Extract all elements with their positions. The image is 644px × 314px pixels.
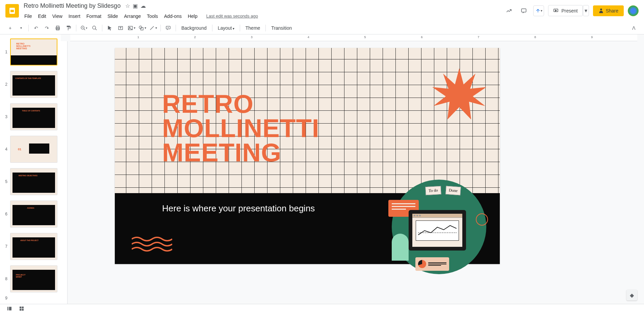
present-button[interactable]: Present <box>548 5 583 16</box>
move-folder-icon[interactable]: ▣ <box>133 3 138 9</box>
user-avatar[interactable] <box>628 5 639 16</box>
undo-button[interactable]: ↶ <box>31 23 41 33</box>
doc-title[interactable]: Retro Mollinetti Meeting by Slidesgo <box>22 2 123 10</box>
svg-rect-2 <box>522 9 526 12</box>
canvas-area[interactable]: 1 2 3 4 5 6 7 8 9 RETRO MOLLINETTI MEETI… <box>61 34 644 314</box>
menu-tools[interactable]: Tools <box>144 12 161 20</box>
zoom-button[interactable] <box>90 23 99 33</box>
present-dropdown[interactable]: ▾ <box>583 5 589 16</box>
svg-rect-1 <box>10 10 14 12</box>
menu-view[interactable]: View <box>50 12 65 20</box>
svg-rect-21 <box>22 309 24 310</box>
thumb-image[interactable]: CONTENTS OF THIS TEMPLATE <box>10 71 57 98</box>
footer-bar <box>0 304 644 314</box>
title-line-2: MOLLINETTI <box>162 116 319 140</box>
toolbar: + ▾ ↶ ↷ ▾ Background Layout Theme Transi… <box>0 22 644 34</box>
title-line-1: RETRO <box>162 92 319 116</box>
slide-thumb-4[interactable]: 4 01 <box>0 134 61 164</box>
slide-thumb-5[interactable]: 5 MEETING OBJECTIVES <box>0 167 61 197</box>
explore-button[interactable]: ◆ <box>626 290 637 300</box>
menu-file[interactable]: File <box>22 12 35 20</box>
expand-toolbar-button[interactable]: ᐱ <box>629 23 639 33</box>
layout-button[interactable]: Layout <box>215 25 237 31</box>
thumb-image[interactable]: AGENDA <box>10 201 57 228</box>
sticky-note-2: Done <box>445 186 461 195</box>
menu-edit[interactable]: Edit <box>35 12 49 20</box>
slide-thumb-1[interactable]: 1 RETROMOLLINETTIMEETING <box>0 37 61 67</box>
separator <box>28 25 29 31</box>
present-icon <box>553 8 559 14</box>
select-tool[interactable] <box>105 23 114 33</box>
zoom-out-button[interactable]: ▾ <box>79 23 88 33</box>
mint-shape <box>392 234 409 261</box>
menu-arrange[interactable]: Arrange <box>121 12 144 20</box>
slide-canvas[interactable]: RETRO MOLLINETTI MEETING Here is where y… <box>115 48 500 264</box>
cloud-status-icon[interactable]: ☁ <box>140 3 146 9</box>
thumb-image[interactable]: MEETING OBJECTIVES <box>10 168 57 195</box>
menu-addons[interactable]: Add-ons <box>161 12 184 20</box>
thumb-image[interactable]: ABOUT THE PROJECT <box>10 233 57 260</box>
last-edit-link[interactable]: Last edit was seconds ago <box>206 14 258 19</box>
menu-help[interactable]: Help <box>185 12 200 20</box>
svg-marker-15 <box>432 68 486 120</box>
svg-rect-19 <box>22 307 24 308</box>
menu-slide[interactable]: Slide <box>105 12 121 20</box>
thumb-image[interactable]: 01 <box>10 136 57 163</box>
illustration-circle[interactable]: To do Done <box>392 180 486 274</box>
title-line-3: MEETING <box>162 140 319 165</box>
menu-bar: File Edit View Insert Format Slide Arran… <box>22 11 504 21</box>
slide-title[interactable]: RETRO MOLLINETTI MEETING <box>162 92 319 165</box>
header-center: Retro Mollinetti Meeting by Slidesgo ☆ ▣… <box>22 1 504 21</box>
wave-shape[interactable] <box>132 236 172 254</box>
grid-view-icon[interactable] <box>19 306 24 313</box>
sticky-note-1: To do <box>425 186 441 195</box>
horizontal-ruler: 1 2 3 4 5 6 7 8 9 <box>70 34 637 41</box>
menu-insert[interactable]: Insert <box>66 12 83 20</box>
share-icon <box>598 8 604 14</box>
transition-button[interactable]: Transition <box>268 25 294 31</box>
comments-icon[interactable] <box>518 5 529 16</box>
slide-number: 2 <box>3 82 7 87</box>
starburst-shape[interactable] <box>432 68 486 122</box>
theme-button[interactable]: Theme <box>243 25 263 31</box>
slide-number: 3 <box>3 114 7 119</box>
redo-button[interactable]: ↷ <box>42 23 52 33</box>
svg-rect-18 <box>20 307 21 308</box>
slide-thumb-9[interactable]: 9 <box>0 296 61 300</box>
main-area: 1 RETROMOLLINETTIMEETING 2 CONTENTS OF T… <box>0 34 644 314</box>
slide-thumb-6[interactable]: 6 AGENDA <box>0 199 61 229</box>
thumb-image[interactable]: TABLE OF CONTENTS <box>10 103 57 130</box>
slide-thumb-3[interactable]: 3 TABLE OF CONTENTS <box>0 102 61 132</box>
separator <box>76 25 76 31</box>
new-slide-button[interactable]: + <box>5 23 15 33</box>
vertical-ruler <box>61 41 68 314</box>
comment-tool[interactable] <box>163 23 173 33</box>
share-button[interactable]: Share <box>593 5 624 16</box>
analytics-icon[interactable] <box>504 5 514 16</box>
filmstrip[interactable]: 1 RETROMOLLINETTIMEETING 2 CONTENTS OF T… <box>0 34 61 314</box>
filmstrip-view-icon[interactable] <box>7 306 12 313</box>
svg-rect-20 <box>20 309 21 310</box>
image-tool[interactable] <box>127 23 136 33</box>
thumb-image[interactable]: PROJECTBRIEF <box>10 265 57 292</box>
paint-format-button[interactable] <box>64 23 73 33</box>
slide-thumb-2[interactable]: 2 CONTENTS OF THIS TEMPLATE <box>0 70 61 99</box>
pie-card-shape <box>415 257 449 271</box>
textbox-tool[interactable] <box>116 23 125 33</box>
new-slide-dropdown[interactable]: ▾ <box>16 23 26 33</box>
print-button[interactable] <box>53 23 62 33</box>
background-button[interactable]: Background <box>179 25 209 31</box>
menu-format[interactable]: Format <box>84 12 104 20</box>
star-icon[interactable]: ☆ <box>125 3 130 9</box>
app-header: Retro Mollinetti Meeting by Slidesgo ☆ ▣… <box>0 0 644 22</box>
shape-tool[interactable] <box>137 23 147 33</box>
slide-subtitle[interactable]: Here is where your presentation begins <box>162 203 315 214</box>
upload-icon[interactable]: ▾ <box>533 5 544 16</box>
slide-thumb-8[interactable]: 8 PROJECTBRIEF <box>0 264 61 294</box>
slide-thumb-7[interactable]: 7 ABOUT THE PROJECT <box>0 232 61 261</box>
thumb-image[interactable]: RETROMOLLINETTIMEETING <box>10 38 57 66</box>
slide-number: 5 <box>3 179 7 184</box>
slide-number: 7 <box>3 244 7 249</box>
slides-logo[interactable] <box>5 4 19 18</box>
line-tool[interactable] <box>148 23 158 33</box>
